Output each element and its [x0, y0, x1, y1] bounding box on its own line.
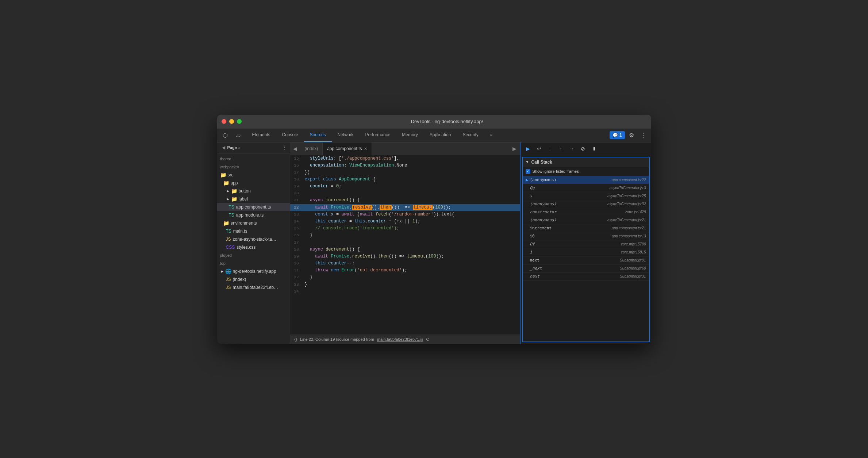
- code-editor[interactable]: 15 styleUrls: ['./appcomponent.css'], 16…: [290, 155, 520, 335]
- editor-back-icon[interactable]: ◀: [290, 144, 300, 154]
- main-tabbar: ⬡ ▱ Elements Console Sources Network Per…: [217, 129, 651, 142]
- file-js-icon: JS: [226, 285, 231, 290]
- list-item[interactable]: TS app.component.ts: [217, 203, 290, 211]
- list-item[interactable]: top: [217, 259, 290, 267]
- sidebar-more-icon[interactable]: »: [238, 145, 241, 150]
- list-item[interactable]: TS app.module.ts: [217, 211, 290, 219]
- minimize-button[interactable]: [229, 119, 234, 124]
- stack-frame[interactable]: Qg asyncToGenerator.js:3: [523, 184, 649, 192]
- list-item[interactable]: 📁 environments: [217, 219, 290, 227]
- tab-security[interactable]: Security: [457, 129, 484, 142]
- device-icon[interactable]: ▱: [233, 130, 243, 140]
- run-snippet-icon[interactable]: ▶: [510, 144, 520, 154]
- more-options-icon[interactable]: ⋮: [638, 130, 648, 140]
- frame-location: Subscriber.js:31: [620, 274, 646, 278]
- step-button[interactable]: →: [567, 144, 577, 153]
- list-item[interactable]: ▶ 📁 button: [217, 187, 290, 195]
- tab-app-component[interactable]: app.component.ts ×: [323, 142, 372, 155]
- tab-index[interactable]: (index): [300, 142, 323, 155]
- tab-application[interactable]: Application: [424, 129, 457, 142]
- cursor-icon[interactable]: ⬡: [220, 130, 230, 140]
- frame-function-name: Of: [530, 242, 621, 247]
- folder-icon: 📁: [220, 172, 226, 178]
- list-item[interactable]: JS zone-async-stack-ta…: [217, 235, 290, 243]
- frame-location: asyncToGenerator.js:32: [607, 202, 646, 206]
- stack-frame[interactable]: next Subscriber.js:31: [523, 272, 649, 280]
- tab-sources[interactable]: Sources: [304, 129, 332, 142]
- list-item[interactable]: TS main.ts: [217, 227, 290, 235]
- status-text: Line 22, Column 19 (source mapped from: [300, 337, 374, 341]
- list-item[interactable]: 📁 src: [217, 171, 290, 179]
- console-badge-button[interactable]: 💬 1: [610, 131, 625, 139]
- step-over-button[interactable]: ↩: [534, 144, 544, 153]
- source-map-link[interactable]: main.fa8bfa0e23f1eb71.js: [377, 337, 423, 341]
- ignore-frames-checkbox[interactable]: ✓: [526, 169, 530, 174]
- status-suffix: C: [426, 337, 429, 341]
- stack-frame[interactable]: i core.mjs:15815: [523, 248, 649, 256]
- frame-location: core.mjs:15815: [621, 250, 646, 254]
- close-button[interactable]: [222, 119, 226, 124]
- tab-elements[interactable]: Elements: [246, 129, 276, 142]
- more-tabs-button[interactable]: »: [484, 129, 499, 142]
- step-into-button[interactable]: ↓: [545, 144, 555, 153]
- tabbar-actions: 💬 1 ⚙ ⋮: [610, 129, 648, 142]
- list-item[interactable]: CSS styles.css: [217, 243, 290, 251]
- frame-function-name: Qg: [530, 186, 610, 190]
- list-item[interactable]: webpack://: [217, 163, 290, 171]
- list-item[interactable]: 📁 app: [217, 179, 290, 187]
- call-stack-header[interactable]: ▼ Call Stack: [523, 157, 649, 167]
- maximize-button[interactable]: [237, 119, 242, 124]
- close-tab-icon[interactable]: ×: [364, 146, 367, 151]
- pause-on-exception-icon[interactable]: ⏸: [589, 144, 599, 153]
- list-item[interactable]: ▶ 📁 label: [217, 195, 290, 203]
- curly-brace-icon: {}: [295, 337, 297, 341]
- status-bar: {} Line 22, Column 19 (source mapped fro…: [290, 335, 520, 344]
- file-ts-icon: TS: [229, 205, 234, 210]
- resume-button[interactable]: ▶: [523, 144, 533, 153]
- step-out-button[interactable]: ↑: [556, 144, 566, 153]
- folder-purple-icon: 🌐: [225, 268, 231, 274]
- list-item[interactable]: JS (index): [217, 275, 290, 283]
- tab-network[interactable]: Network: [332, 129, 360, 142]
- list-item[interactable]: thored: [217, 155, 290, 163]
- stack-frame[interactable]: Of core.mjs:15780: [523, 240, 649, 248]
- frame-function-name: next: [530, 274, 620, 279]
- stack-frame[interactable]: i0 app.component.ts:13: [523, 232, 649, 240]
- list-item[interactable]: JS main.fa8bfa0e23f1eb…: [217, 283, 290, 291]
- code-line-33: 33 }: [290, 281, 520, 288]
- code-line-31: 31 throw new Error('not decremented');: [290, 267, 520, 274]
- frame-function-name: (anonymous): [530, 178, 612, 182]
- deactivate-breakpoints-icon[interactable]: ⊘: [578, 144, 588, 153]
- expand-arrow-icon: ▶: [220, 269, 224, 274]
- stack-frame[interactable]: _next Subscriber.js:60: [523, 264, 649, 272]
- stack-frame[interactable]: constructor zone.js:1429: [523, 208, 649, 216]
- list-item[interactable]: ▶ 🌐 ng-devtools.netlify.app: [217, 267, 290, 275]
- tab-performance[interactable]: Performance: [360, 129, 396, 142]
- stack-frame[interactable]: (anonymous) asyncToGenerator.js:21: [523, 216, 649, 224]
- expand-arrow-icon: ▶: [226, 189, 230, 193]
- tab-console[interactable]: Console: [276, 129, 304, 142]
- frame-function-name: constructor: [530, 210, 625, 214]
- stack-frame[interactable]: s asyncToGenerator.js:25: [523, 192, 649, 200]
- settings-icon[interactable]: ⚙: [626, 130, 637, 140]
- sidebar-back-icon[interactable]: ◀: [220, 144, 227, 151]
- ignore-frames-row[interactable]: ✓ Show ignore-listed frames: [523, 167, 649, 176]
- stack-frame[interactable]: increment app.component.ts:21: [523, 224, 649, 232]
- sidebar-menu-icon[interactable]: ⋮: [282, 145, 287, 150]
- stack-frame[interactable]: (anonymous) asyncToGenerator.js:32: [523, 200, 649, 208]
- code-line-27: 27: [290, 239, 520, 246]
- list-item[interactable]: ployed: [217, 251, 290, 259]
- code-line-15: 15 styleUrls: ['./appcomponent.css'],: [290, 155, 520, 162]
- sidebar-header: ◀ Page » ⋮: [217, 142, 290, 153]
- frame-function-name: next: [530, 258, 620, 263]
- editor-tabs: ◀ (index) app.component.ts × ▶: [290, 142, 520, 155]
- tab-memory[interactable]: Memory: [396, 129, 423, 142]
- frame-function-name: i: [530, 250, 621, 255]
- code-line-34: 34: [290, 288, 520, 295]
- code-line-23: 23 const x = await (await fetch('/random…: [290, 211, 520, 218]
- devtools-window: DevTools - ng-devtools.netlify.app/ ⬡ ▱ …: [217, 115, 651, 344]
- stack-frame[interactable]: next Subscriber.js:91: [523, 256, 649, 264]
- stack-frame[interactable]: ▶ (anonymous) app.component.ts:22: [523, 176, 649, 184]
- code-line-22: 22 await Promise.resolve().then(() => ti…: [290, 204, 520, 211]
- frame-location: Subscriber.js:91: [620, 258, 646, 262]
